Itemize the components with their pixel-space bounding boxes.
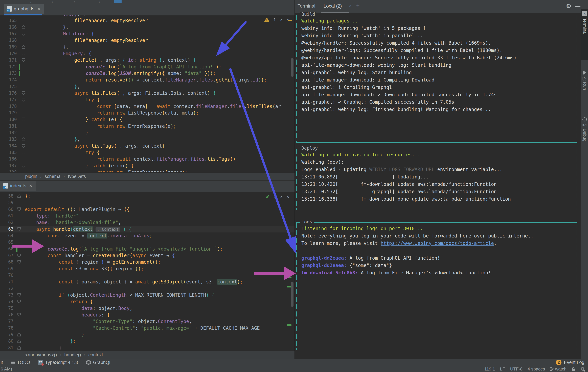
- breadcrumb-item[interactable]: handle(): [64, 352, 81, 358]
- fold-icon[interactable]: [22, 151, 25, 154]
- code-text: }: [25, 345, 62, 351]
- fold-icon[interactable]: [22, 98, 25, 101]
- terminal-output[interactable]: Watching cloud infrastructure resources.…: [301, 151, 575, 203]
- breadcrumb[interactable]: <anonymous>()›handle()›context: [0, 351, 294, 359]
- fold-icon[interactable]: [18, 293, 21, 297]
- gear-icon[interactable]: ⚙: [566, 3, 571, 10]
- fold-icon[interactable]: [22, 25, 25, 29]
- code-line: 182 }: [0, 130, 294, 136]
- line-number: 66: [0, 246, 13, 252]
- breadcrumb[interactable]: plugin›schema›typeDefs: [0, 172, 294, 181]
- editor-graphql-ts[interactable]: 164 Query: {165 fileManager: emptyResolv…: [0, 15, 294, 172]
- change-stripe-mark[interactable]: [287, 277, 292, 278]
- settings-gear-icon[interactable]: [580, 367, 585, 372]
- warning-count: 1: [273, 17, 276, 22]
- line-number: 80: [0, 338, 13, 344]
- fold-icon[interactable]: [22, 137, 25, 141]
- fold-icon[interactable]: [18, 339, 21, 343]
- change-stripe-mark[interactable]: [287, 286, 292, 287]
- editor1-scrollbar[interactable]: [291, 58, 294, 77]
- terminal-panel: Terminal: Local (2) × + ⚙ BuildWatching …: [294, 0, 581, 359]
- breadcrumb-item[interactable]: schema: [45, 174, 61, 179]
- fold-icon[interactable]: [22, 45, 25, 49]
- fold-icon[interactable]: [22, 144, 25, 148]
- tool-button-terminal[interactable]: >_ Terminal: [581, 9, 588, 60]
- fold-icon[interactable]: [18, 346, 21, 350]
- indent-style[interactable]: 4 spaces: [527, 366, 545, 372]
- code-text: const [data, meta] = await context.fileM…: [40, 103, 281, 110]
- warning-stripe-mark[interactable]: [288, 20, 292, 21]
- breadcrumb-item[interactable]: plugin: [25, 174, 37, 179]
- section-title: Build: [300, 11, 316, 17]
- minimize-icon[interactable]: [575, 6, 580, 7]
- tool-button-todo[interactable]: TODO: [11, 360, 30, 365]
- prev-warning-icon[interactable]: ∧: [280, 17, 283, 22]
- fold-icon[interactable]: [22, 91, 25, 95]
- fold-icon[interactable]: [22, 32, 25, 36]
- tool-button-git[interactable]: it: [1, 360, 3, 365]
- fold-icon[interactable]: [18, 260, 21, 264]
- lock-icon[interactable]: [572, 367, 575, 372]
- line-number: 74: [0, 298, 13, 305]
- breadcrumb-item[interactable]: context: [88, 352, 103, 358]
- tool-button-graphql[interactable]: GraphQL: [86, 360, 112, 365]
- box-border: [296, 223, 297, 350]
- file-encoding[interactable]: UTF-8: [510, 366, 523, 372]
- editor2-scrollbar[interactable]: [291, 282, 294, 307]
- prev-icon[interactable]: ∧: [280, 194, 283, 200]
- tool-button-event-log[interactable]: 2 Event Log: [556, 360, 588, 365]
- inspection-widget[interactable]: ✔ 1 ∧ ∨: [265, 194, 290, 200]
- code-text: },: [40, 83, 80, 90]
- fold-icon[interactable]: [22, 164, 25, 168]
- close-icon[interactable]: ✕: [37, 6, 41, 11]
- fold-icon[interactable]: [18, 333, 21, 336]
- code-text: return new ErrorResponse(error);: [40, 169, 188, 172]
- fold-icon[interactable]: [18, 313, 21, 317]
- editor-index-ts[interactable]: 58};5960export default (): HandlerPlugin…: [0, 192, 294, 351]
- code-text: console.log(`A log from GraphQL API func…: [40, 64, 221, 70]
- tool-label: 4: Run: [582, 77, 587, 90]
- terminal-tab-close-icon[interactable]: ×: [349, 3, 352, 9]
- breadcrumb-item[interactable]: typeDefs: [68, 174, 86, 179]
- tab-graphql-ts[interactable]: TS graphql.ts ✕: [4, 4, 44, 14]
- fold-icon[interactable]: [18, 208, 21, 211]
- git-branch-widget[interactable]: watch: [550, 366, 567, 372]
- fold-icon[interactable]: [22, 118, 25, 121]
- selected-file-chip: [114, 0, 122, 3]
- code-line: 64 const event = context.invocationArgs;: [0, 232, 294, 239]
- fold-icon[interactable]: [18, 254, 21, 257]
- todo-list-icon: [11, 361, 15, 364]
- code-text: async listFiles(_, args: FilesListOpts, …: [40, 90, 216, 96]
- inspection-count: 1: [273, 194, 276, 200]
- new-terminal-icon[interactable]: +: [356, 2, 360, 10]
- tool-button-run[interactable]: 4: Run: [581, 70, 588, 111]
- fold-icon[interactable]: [18, 194, 21, 198]
- terminal-line: api-graphql: ✔ Graphql: Compiled success…: [301, 99, 575, 106]
- line-separator[interactable]: LF: [500, 366, 505, 372]
- line-number: 168: [0, 37, 17, 44]
- code-line: 171 getFile(_, args: { id: string }, con…: [0, 57, 294, 63]
- logs-section: LogsListening for incoming logs on port …: [296, 222, 577, 350]
- code-text: return await context.fileManager.files.l…: [40, 156, 238, 162]
- terminal-tab-local[interactable]: Local (2): [324, 3, 342, 9]
- breadcrumb-item[interactable]: <anonymous>(): [25, 352, 57, 358]
- terminal-output[interactable]: Listening for incoming logs on port 3010…: [301, 225, 575, 277]
- fold-icon[interactable]: [22, 52, 25, 55]
- tool-label: Terminal: [582, 18, 587, 35]
- change-stripe-mark[interactable]: [287, 324, 292, 326]
- fold-icon[interactable]: [22, 58, 25, 62]
- close-icon[interactable]: ✕: [29, 183, 33, 189]
- status-message-partial: 6 AM): [1, 366, 12, 372]
- tool-button-typescript[interactable]: TS TypeScript 4.1.3: [38, 360, 78, 365]
- tool-button-debug[interactable]: 5: Debug: [581, 117, 588, 166]
- inspection-widget[interactable]: 1 ∧ ∨: [264, 17, 290, 22]
- terminal-output[interactable]: Watching packages...webiny info: Running…: [301, 17, 575, 113]
- caret-position[interactable]: 119:1: [484, 366, 495, 372]
- tab-index-ts[interactable]: TS index.ts ✕: [0, 181, 36, 191]
- code-line: 176 async listFiles(_, args: FilesListOp…: [0, 90, 294, 96]
- fold-icon[interactable]: [18, 227, 21, 231]
- warning-icon: [264, 17, 270, 22]
- code-line: 73 if (object.ContentLength < MAX_RETURN…: [0, 292, 294, 298]
- next-icon[interactable]: ∨: [287, 194, 290, 200]
- fold-icon[interactable]: [18, 300, 21, 303]
